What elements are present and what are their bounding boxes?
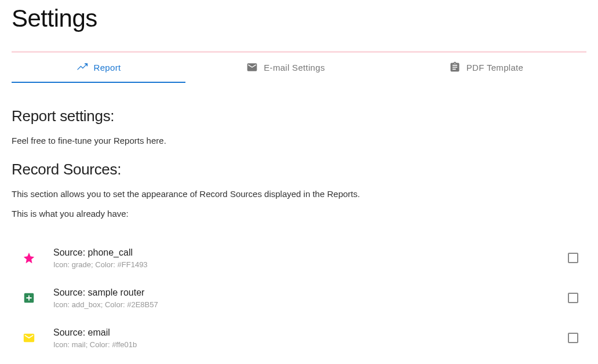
source-text: Source: sample router Icon: add_box; Col… [53,287,550,309]
source-row[interactable]: Source: email Icon: mail; Color: #ffe01b [12,318,586,358]
report-section: Report settings: Feel free to fine-tune … [12,83,586,358]
report-intro: Feel free to fine-tune your Reports here… [12,134,586,148]
tabs: Report E-mail Settings PDF Template [12,53,586,83]
source-text: Source: email Icon: mail; Color: #ffe01b [53,327,550,349]
tab-label: PDF Template [466,63,523,72]
page-title: Settings [12,5,586,32]
source-secondary: Icon: grade; Color: #FF1493 [53,260,550,269]
source-text: Source: phone_call Icon: grade; Color: #… [53,247,550,269]
source-secondary: Icon: add_box; Color: #2E8B57 [53,300,550,309]
report-heading: Report settings: [12,107,586,125]
source-checkbox[interactable] [568,293,578,303]
chart-line-icon [76,61,88,73]
source-row[interactable]: Source: sample router Icon: add_box; Col… [12,278,586,318]
source-row[interactable]: Source: phone_call Icon: grade; Color: #… [12,238,586,278]
source-list: Source: phone_call Icon: grade; Color: #… [12,238,586,358]
tab-email-settings[interactable]: E-mail Settings [185,53,386,83]
grade-icon [22,251,36,265]
tab-report[interactable]: Report [12,53,185,83]
tab-pdf-template[interactable]: PDF Template [386,53,586,83]
source-checkbox[interactable] [568,333,578,343]
tab-label: E-mail Settings [264,63,324,72]
source-primary: Source: email [53,327,550,338]
tab-label: Report [94,63,121,72]
sources-intro: This section allows you to set the appea… [12,188,586,201]
mail-icon [246,61,258,73]
source-secondary: Icon: mail; Color: #ffe01b [53,340,550,349]
sources-already: This is what you already have: [12,208,586,221]
source-primary: Source: sample router [53,287,550,298]
sources-heading: Record Sources: [12,161,586,179]
assignment-icon [449,61,461,73]
mail-solid-icon [22,331,36,345]
source-checkbox[interactable] [568,253,578,263]
source-primary: Source: phone_call [53,247,550,258]
add-box-icon [22,291,36,305]
